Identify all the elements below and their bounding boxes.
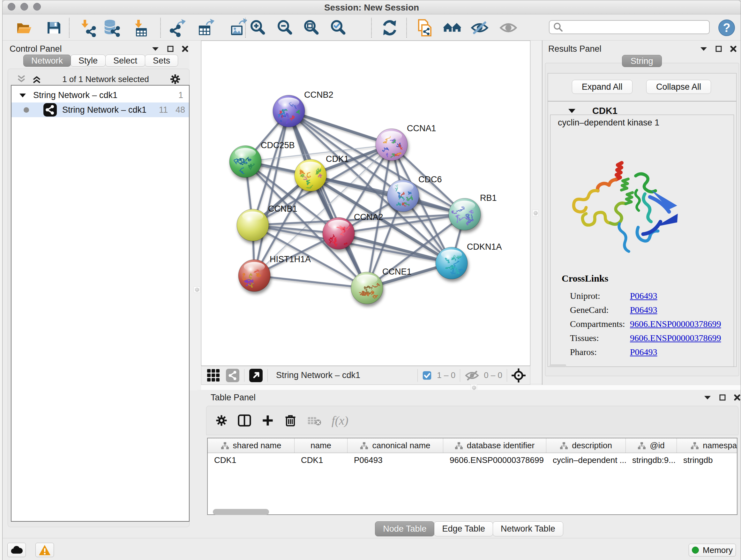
column-header-name[interactable]: name [294,438,347,453]
column-header-shared-name[interactable]: shared name [208,438,294,453]
network-options-gear-icon[interactable] [170,74,181,84]
export-network-button[interactable] [168,18,186,37]
collapse-all-networks-icon[interactable] [17,75,26,83]
first-neighbors-button[interactable] [443,18,461,37]
cell-namespace[interactable]: stringdb [677,455,738,465]
node-count: 11 [159,105,168,115]
export-table-button[interactable] [196,18,215,37]
panel-float-icon[interactable] [719,394,726,401]
search-input[interactable] [549,20,710,34]
edge-CCNB2-CCNA1[interactable] [289,111,392,145]
column-header-description[interactable]: description [546,438,626,453]
splitter-control-network[interactable] [190,41,201,390]
panel-menu-icon[interactable] [700,47,707,51]
refresh-button[interactable] [381,18,399,37]
network-tree-row[interactable]: String Network – cdk11 [11,88,189,103]
panel-float-icon[interactable] [716,46,722,52]
toolbar-separator [371,18,372,38]
network-canvas[interactable]: CCNB2CCNA1CDC25BCDK1CDC6RB1CCNB1CCNA2CDK… [201,41,530,366]
add-column-icon[interactable] [261,414,274,427]
table-options-gear-icon[interactable] [215,415,227,427]
import-network-file-button[interactable] [79,18,98,37]
table-hscrollbar-thumb[interactable] [213,509,269,515]
node-label-CDC6: CDC6 [418,175,442,184]
warnings-button[interactable] [36,543,54,557]
tab-network[interactable]: Network [23,55,71,67]
fit-content-target-icon[interactable] [512,368,526,382]
title-bar: Session: New Session [3,0,741,14]
hide-selected-button[interactable] [470,18,489,37]
cell-description[interactable]: cyclin–dependent ... [546,455,626,465]
node-CDK1[interactable]: CDK1 [294,154,349,191]
network-tree-row[interactable]: String Network – cdk11148 [11,103,189,117]
node-HIST1H1A[interactable]: HIST1H1A [239,254,311,292]
expand-all-networks-icon[interactable] [32,75,42,83]
cell-name[interactable]: CDK1 [294,455,347,465]
panel-menu-icon[interactable] [704,395,711,400]
show-columns-icon[interactable] [238,414,251,427]
expand-all-button[interactable]: Expand All [572,80,632,94]
tab-style[interactable]: Style [71,55,106,67]
node-CCNA1[interactable]: CCNA1 [376,124,436,161]
cell-canonical-name[interactable]: P06493 [347,455,443,465]
import-table-button[interactable] [131,18,150,37]
column-header-canonical-name[interactable]: canonical name [347,438,443,453]
section-collapse-icon[interactable] [568,108,576,113]
crosslink-compartments[interactable]: 9606.ENSP00000378699 [630,319,721,329]
save-session-button[interactable] [45,18,63,37]
edge-count: 48 [176,105,185,115]
zoom-out-button[interactable] [275,18,294,37]
selected-nodes-checkbox-icon[interactable] [422,371,432,380]
crosslink-pharos[interactable]: P06493 [630,347,657,357]
crosslink-genecard[interactable]: P06493 [630,305,657,315]
node-CDC25B[interactable]: CDC25B [229,140,295,178]
zoom-selected-button[interactable] [329,18,347,37]
cell-id[interactable]: stringdb:9... [626,455,677,465]
zoom-fit-button[interactable] [302,18,320,37]
network-share-icon[interactable] [226,368,240,382]
node-CDKN1A[interactable]: CDKN1A [435,242,502,279]
open-session-button[interactable] [15,18,33,37]
crosslink-tissues[interactable]: 9606.ENSP00000378699 [630,333,721,343]
show-all-button[interactable] [499,18,518,37]
tab-sets[interactable]: Sets [145,55,178,67]
table-header-row: shared namenamecanonical namedatabase id… [208,438,737,453]
column-header-database-identifier[interactable]: database identifier [443,438,546,453]
import-database-icon [103,18,121,37]
table-row[interactable]: CDK1CDK1P064939606.ENSP00000378699cyclin… [208,453,737,467]
tab-select[interactable]: Select [105,55,145,67]
table-hscrollbar[interactable] [208,508,736,516]
grid-view-icon[interactable] [206,368,220,382]
tree-expand-icon[interactable] [19,93,26,98]
panel-close-icon[interactable] [730,46,737,52]
edge-CCNB2-HIST1H1A[interactable] [254,111,289,275]
help-button[interactable]: ? [718,18,736,37]
collapse-all-button[interactable]: Collapse All [646,80,711,94]
panel-close-icon[interactable] [182,46,188,52]
tab-network-table[interactable]: Network Table [493,521,563,537]
tab-node-table[interactable]: Node Table [375,521,434,537]
panel-close-icon[interactable] [734,394,740,401]
import-network-from-database-button[interactable] [103,18,121,37]
column-header-id[interactable]: @id [626,438,677,453]
splitter-network-results[interactable] [530,41,542,383]
column-header-namespace[interactable]: namespace [677,438,738,453]
export-table-icon [196,18,215,37]
edge-HIST1H1A-CCNE1[interactable] [254,275,367,288]
memory-button[interactable]: Memory [689,544,736,557]
cloud-status-button[interactable] [7,543,26,557]
delete-column-trash-icon[interactable] [284,414,296,427]
tab-edge-table[interactable]: Edge Table [434,521,493,537]
panel-menu-icon[interactable] [152,47,159,51]
tab-string[interactable]: String [622,55,662,67]
node-RB1[interactable]: RB1 [449,193,497,230]
node-table[interactable]: shared namenamecanonical namedatabase id… [207,438,738,515]
clone-network-button[interactable] [415,18,434,37]
cell-shared-name[interactable]: CDK1 [208,455,294,465]
export-image-button[interactable] [228,18,247,37]
birdseye-view-icon[interactable] [249,368,263,382]
panel-float-icon[interactable] [167,46,174,52]
crosslink-uniprot[interactable]: P06493 [630,291,657,301]
cell-database-identifier[interactable]: 9606.ENSP00000378699 [443,455,546,465]
zoom-in-button[interactable] [248,18,267,37]
